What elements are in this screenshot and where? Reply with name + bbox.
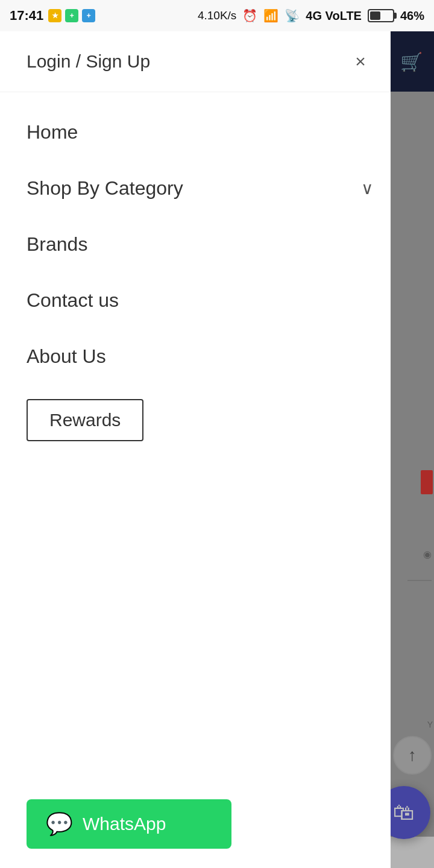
- battery-tip: [394, 13, 397, 19]
- battery-percent: 46%: [400, 9, 424, 23]
- drawer-overlay[interactable]: [391, 31, 434, 868]
- chevron-down-icon: ∨: [361, 178, 374, 198]
- network-type: 4G VoLTE: [306, 9, 362, 23]
- drawer-title: Login / Sign Up: [27, 51, 150, 72]
- nav-label-home: Home: [27, 121, 78, 143]
- status-time: 17:41: [10, 8, 43, 24]
- nav-label-brands: Brands: [27, 233, 87, 256]
- nav-label-shop-by-category: Shop By Category: [27, 177, 183, 200]
- icon3: +: [82, 9, 95, 22]
- signal-icon: 📡: [285, 8, 300, 23]
- status-bar: 17:41 ★ + + 4.10K/s ⏰ 📶 📡 4G VoLTE 46%: [0, 0, 434, 31]
- drawer-header: Login / Sign Up ×: [0, 31, 391, 92]
- close-drawer-button[interactable]: ×: [347, 48, 374, 75]
- drawer-footer: 💬 WhatsApp: [0, 785, 391, 868]
- icon1: ★: [48, 9, 61, 22]
- wifi-icon: 📶: [263, 8, 278, 23]
- whatsapp-label: WhatsApp: [83, 814, 166, 834]
- status-right: 4.10K/s ⏰ 📶 📡 4G VoLTE 46%: [198, 8, 424, 23]
- battery-indicator: [368, 9, 394, 22]
- nav-list: Home Shop By Category ∨ Brands Contact u…: [0, 92, 391, 785]
- nav-item-about-us[interactable]: About Us: [0, 329, 391, 385]
- nav-label-contact-us: Contact us: [27, 289, 119, 312]
- whatsapp-icon: 💬: [46, 811, 73, 837]
- nav-label-about-us: About Us: [27, 345, 106, 368]
- status-left: 17:41 ★ + +: [10, 8, 95, 24]
- battery-fill: [370, 11, 380, 20]
- network-speed: 4.10K/s: [198, 9, 236, 22]
- nav-item-home[interactable]: Home: [0, 104, 391, 160]
- nav-item-contact-us[interactable]: Contact us: [0, 272, 391, 329]
- whatsapp-button[interactable]: 💬 WhatsApp: [27, 799, 231, 849]
- rewards-button[interactable]: Rewards: [27, 399, 143, 441]
- nav-item-shop-by-category[interactable]: Shop By Category ∨: [0, 160, 391, 216]
- nav-item-rewards: Rewards: [0, 385, 391, 441]
- icon2: +: [65, 9, 78, 22]
- status-icons: ★ + +: [48, 9, 95, 22]
- alarm-icon: ⏰: [242, 8, 257, 23]
- navigation-drawer: Login / Sign Up × Home Shop By Category …: [0, 31, 391, 868]
- nav-item-brands[interactable]: Brands: [0, 216, 391, 272]
